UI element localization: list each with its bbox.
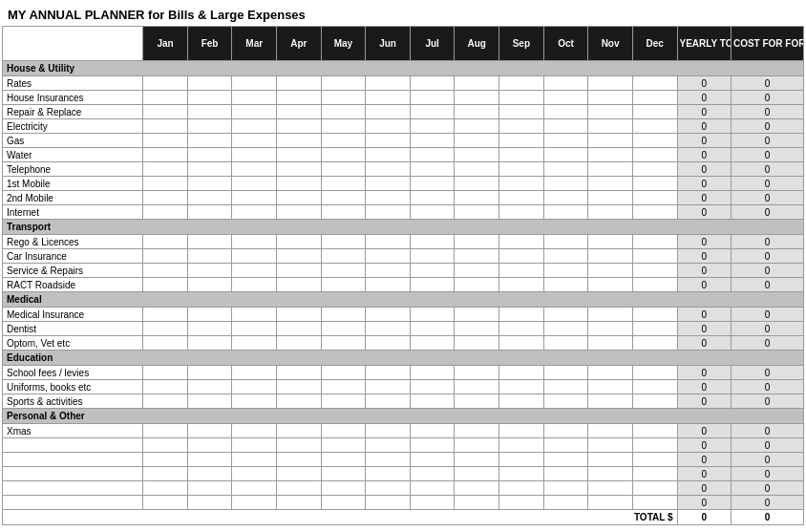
month-cell[interactable] xyxy=(277,91,322,105)
month-cell[interactable] xyxy=(588,336,633,351)
month-cell[interactable] xyxy=(321,91,366,105)
month-cell[interactable] xyxy=(588,134,633,148)
month-cell[interactable] xyxy=(321,191,366,205)
month-cell[interactable] xyxy=(632,162,677,177)
month-cell[interactable] xyxy=(632,496,677,510)
month-cell[interactable] xyxy=(588,424,633,438)
month-cell[interactable] xyxy=(499,134,544,148)
month-cell[interactable] xyxy=(499,453,544,467)
month-cell[interactable] xyxy=(232,191,277,205)
month-cell[interactable] xyxy=(410,235,455,249)
month-cell[interactable] xyxy=(410,336,455,351)
month-cell[interactable] xyxy=(588,278,633,292)
month-cell[interactable] xyxy=(588,162,633,177)
month-cell[interactable] xyxy=(321,380,366,394)
month-cell[interactable] xyxy=(632,91,677,105)
month-cell[interactable] xyxy=(632,205,677,220)
month-cell[interactable] xyxy=(232,322,277,336)
month-cell[interactable] xyxy=(543,322,588,336)
month-cell[interactable] xyxy=(543,162,588,177)
month-cell[interactable] xyxy=(632,134,677,148)
month-cell[interactable] xyxy=(187,76,232,91)
month-cell[interactable] xyxy=(143,438,188,453)
month-cell[interactable] xyxy=(499,105,544,119)
month-cell[interactable] xyxy=(366,76,411,91)
month-cell[interactable] xyxy=(410,76,455,91)
month-cell[interactable] xyxy=(632,278,677,292)
month-cell[interactable] xyxy=(455,467,499,481)
month-cell[interactable] xyxy=(455,235,499,249)
month-cell[interactable] xyxy=(455,205,499,220)
month-cell[interactable] xyxy=(410,162,455,177)
month-cell[interactable] xyxy=(232,134,277,148)
month-cell[interactable] xyxy=(499,235,544,249)
month-cell[interactable] xyxy=(232,481,277,496)
month-cell[interactable] xyxy=(187,336,232,351)
month-cell[interactable] xyxy=(632,322,677,336)
month-cell[interactable] xyxy=(410,308,455,322)
month-cell[interactable] xyxy=(455,249,499,264)
month-cell[interactable] xyxy=(366,424,411,438)
month-cell[interactable] xyxy=(187,380,232,394)
month-cell[interactable] xyxy=(143,394,188,409)
month-cell[interactable] xyxy=(588,380,633,394)
month-cell[interactable] xyxy=(232,264,277,278)
month-cell[interactable] xyxy=(455,308,499,322)
month-cell[interactable] xyxy=(410,191,455,205)
month-cell[interactable] xyxy=(499,394,544,409)
month-cell[interactable] xyxy=(143,424,188,438)
month-cell[interactable] xyxy=(187,308,232,322)
month-cell[interactable] xyxy=(588,308,633,322)
month-cell[interactable] xyxy=(543,235,588,249)
month-cell[interactable] xyxy=(277,424,322,438)
month-cell[interactable] xyxy=(277,76,322,91)
month-cell[interactable] xyxy=(277,438,322,453)
month-cell[interactable] xyxy=(143,496,188,510)
month-cell[interactable] xyxy=(588,76,633,91)
month-cell[interactable] xyxy=(277,177,322,191)
month-cell[interactable] xyxy=(366,438,411,453)
month-cell[interactable] xyxy=(588,481,633,496)
month-cell[interactable] xyxy=(143,278,188,292)
month-cell[interactable] xyxy=(143,105,188,119)
month-cell[interactable] xyxy=(632,308,677,322)
month-cell[interactable] xyxy=(277,205,322,220)
month-cell[interactable] xyxy=(187,162,232,177)
month-cell[interactable] xyxy=(632,235,677,249)
month-cell[interactable] xyxy=(632,424,677,438)
month-cell[interactable] xyxy=(455,481,499,496)
month-cell[interactable] xyxy=(499,278,544,292)
month-cell[interactable] xyxy=(277,249,322,264)
month-cell[interactable] xyxy=(321,366,366,380)
month-cell[interactable] xyxy=(455,264,499,278)
month-cell[interactable] xyxy=(232,148,277,162)
month-cell[interactable] xyxy=(543,264,588,278)
month-cell[interactable] xyxy=(588,91,633,105)
month-cell[interactable] xyxy=(232,366,277,380)
month-cell[interactable] xyxy=(543,249,588,264)
month-cell[interactable] xyxy=(455,453,499,467)
month-cell[interactable] xyxy=(455,91,499,105)
month-cell[interactable] xyxy=(366,119,411,134)
month-cell[interactable] xyxy=(632,249,677,264)
month-cell[interactable] xyxy=(455,336,499,351)
month-cell[interactable] xyxy=(277,467,322,481)
month-cell[interactable] xyxy=(187,467,232,481)
month-cell[interactable] xyxy=(588,235,633,249)
month-cell[interactable] xyxy=(499,91,544,105)
month-cell[interactable] xyxy=(455,394,499,409)
month-cell[interactable] xyxy=(410,249,455,264)
month-cell[interactable] xyxy=(588,177,633,191)
month-cell[interactable] xyxy=(410,366,455,380)
month-cell[interactable] xyxy=(588,394,633,409)
month-cell[interactable] xyxy=(499,424,544,438)
month-cell[interactable] xyxy=(143,453,188,467)
month-cell[interactable] xyxy=(321,264,366,278)
month-cell[interactable] xyxy=(499,496,544,510)
month-cell[interactable] xyxy=(366,467,411,481)
month-cell[interactable] xyxy=(455,191,499,205)
month-cell[interactable] xyxy=(187,235,232,249)
month-cell[interactable] xyxy=(588,249,633,264)
month-cell[interactable] xyxy=(143,366,188,380)
month-cell[interactable] xyxy=(277,453,322,467)
